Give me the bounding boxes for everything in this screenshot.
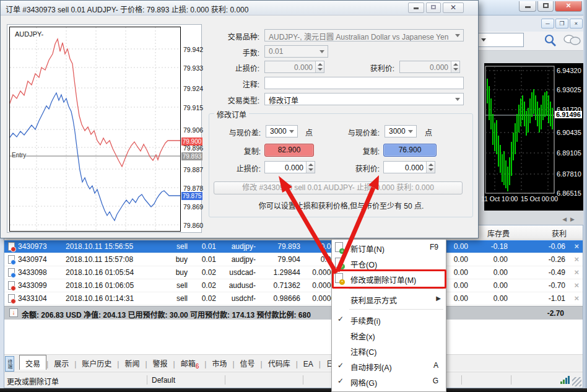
menu-item-税金x[interactable]: 税金(x)	[332, 327, 446, 342]
tp-spinner[interactable]: 0.000	[399, 61, 460, 73]
cell-symbol: audjpy-	[217, 242, 256, 251]
mt4-application-window: × ─ ❐ × 6.943206.930256.917206.904356.89…	[0, 0, 587, 392]
tab-交易[interactable]: 交易	[19, 355, 46, 370]
order-type-combo[interactable]: 修改订单	[264, 93, 464, 105]
market-chart-canvas[interactable]: 6.943206.930256.917206.904356.891056.878…	[484, 63, 583, 211]
modify-sl-spinner[interactable]: 0.000	[264, 161, 315, 173]
dialog-titlebar[interactable]: 订单 #3430973 sell 0.01 AUDJPY- 于价格: 79.89…	[1, 1, 478, 15]
copy-bid-button[interactable]: 76.900	[383, 144, 437, 157]
sell-order-icon	[8, 242, 15, 251]
close-position-button[interactable]: ×	[574, 294, 579, 303]
price-diff-combo-left[interactable]: 3000	[266, 125, 298, 137]
cell-type: buy	[152, 268, 188, 277]
comment-input[interactable]	[264, 77, 464, 89]
menu-item-网格G[interactable]: ✓网格(G)G	[332, 373, 446, 389]
orders-table-body: 34309732018.10.11 15:56:55sell0.01audjpy…	[4, 240, 583, 305]
cell-lots: 0.01	[190, 242, 216, 251]
symbol-combo-partial[interactable]	[477, 33, 524, 47]
group-title: 修改订单	[214, 109, 249, 120]
menu-item-平仓O[interactable]: 平仓(O)	[332, 255, 446, 271]
resize-grip[interactable]	[572, 377, 581, 386]
dialog-minimize-button[interactable]	[408, 2, 424, 13]
zoom-icon[interactable]	[542, 33, 559, 49]
cell-sl: 0.0000	[302, 294, 335, 303]
close-position-button[interactable]: ×	[574, 268, 579, 277]
cell-type: sell	[152, 294, 188, 303]
cell-time: 2018.10.11 15:57:08	[66, 255, 150, 264]
order-type-label: 交易类型:	[185, 95, 259, 105]
cell-price: 0.98666	[257, 294, 300, 303]
g-check-icon	[335, 258, 343, 268]
cell-order: 3433104	[18, 294, 55, 303]
close-position-button[interactable]: ×	[574, 242, 579, 251]
menu-item-获利显示方式[interactable]: 获利显示方式▶	[332, 291, 446, 307]
terminal-tab-bar: 终端 交易|展示|账户历史|新闻|警报|邮箱6|市场|信号|代码库|EA|日志	[4, 354, 583, 371]
symbol-combo[interactable]: AUDJPY-, 澳元日圆 Australian Dollar vs Japan…	[264, 29, 464, 41]
cell-profit: -0.70	[510, 281, 565, 290]
tab-EA[interactable]: EA	[298, 357, 319, 372]
market-price-label: 6.94320	[557, 67, 581, 74]
account-summary-text: 余额: 206.83 USD 净值: 204.13 已用预付款: 30.00 可…	[22, 309, 311, 320]
mail-count-badge: 6	[196, 363, 199, 370]
tab-警报[interactable]: 警报	[147, 355, 173, 370]
cell-swap: 0.00	[471, 281, 508, 290]
tab-展示[interactable]: 展示	[48, 355, 74, 370]
market-chart-panel: 6.943206.930256.917206.904356.891056.878…	[479, 51, 583, 225]
cell-sl: 0.00	[302, 255, 335, 264]
terminal-side-tab[interactable]: 终端	[5, 356, 14, 372]
cell-price: 0.71362	[257, 281, 300, 290]
tab-代码库[interactable]: 代码库	[263, 355, 296, 370]
sl-spinner[interactable]: 0.000	[264, 61, 324, 73]
table-row[interactable]: 34330992018.10.16 01:06:05sell0.02audusd…	[4, 279, 583, 292]
table-row[interactable]: 34309742018.10.11 15:57:08buy0.01audjpy-…	[4, 253, 583, 266]
lots-combo[interactable]: 0.01	[264, 45, 328, 58]
modify-order-button[interactable]: 修改 #3430973 sell 0.01 AUDJPY- 止损: 0.000 …	[214, 181, 463, 194]
tab-邮箱[interactable]: 邮箱6	[175, 355, 205, 370]
tab-市场[interactable]: 市场	[206, 355, 232, 370]
entry-line-label: Entry	[12, 152, 26, 159]
terminal-panel: 库存费 获利 34309732018.10.11 15:56:55sell0.0…	[4, 225, 583, 388]
chart-minimize-button[interactable]: ─	[541, 19, 554, 28]
tab-信号[interactable]: 信号	[235, 355, 261, 370]
chart-close-button[interactable]: ×	[570, 19, 583, 28]
cell-lots: 0.02	[190, 268, 216, 277]
price-scale-label: 79.860	[183, 222, 203, 229]
copy-ask-button[interactable]: 82.900	[264, 144, 314, 157]
cell-order: 3433098	[18, 268, 55, 277]
buy-order-icon	[8, 255, 15, 264]
menu-item-注释C[interactable]: 注释(C)	[332, 342, 446, 358]
menu-item-自动排列A[interactable]: ✓自动排列(A)A	[332, 358, 446, 373]
cell-time: 2018.10.16 01:05:54	[66, 268, 150, 277]
close-position-button[interactable]: ×	[574, 255, 579, 264]
price-diff-combo-right[interactable]: 3000	[385, 125, 417, 137]
cell-swap: 0.00	[471, 294, 508, 303]
table-row[interactable]: 34309732018.10.11 15:56:55sell0.01audjpy…	[4, 240, 583, 253]
chat-icon[interactable]	[562, 33, 582, 49]
window-maximize-button[interactable]	[537, 1, 554, 12]
chart-restore-button[interactable]: ❐	[555, 19, 568, 28]
tab-账户历史[interactable]: 账户历史	[76, 355, 117, 370]
modify-tp-spinner[interactable]: 0.000	[383, 161, 435, 173]
dialog-restore-button[interactable]	[426, 2, 441, 13]
chart-scroll-arrows[interactable]: ◀▶	[562, 216, 578, 222]
status-profile[interactable]: Default	[152, 376, 175, 385]
dialog-close-button[interactable]: ✕	[443, 2, 464, 13]
table-row[interactable]: 34331042018.10.16 01:14:31sell0.02usdchf…	[4, 292, 583, 305]
close-position-button[interactable]: ×	[574, 281, 579, 290]
window-close-button[interactable]: ×	[555, 1, 582, 12]
minimize-icon	[525, 6, 531, 8]
dialog-chart-plot: AUDJPY- Entry	[9, 27, 181, 232]
table-row[interactable]: 34330982018.10.16 01:05:54buy0.02usdcad-…	[4, 266, 583, 279]
column-header-profit[interactable]: 获利	[552, 228, 567, 238]
menu-item-手续费i[interactable]: ✓手续费(i)	[332, 311, 446, 327]
cell-time: 2018.10.16 01:06:05	[66, 281, 150, 290]
copy-label-left: 复制:	[193, 146, 261, 156]
cell-symbol: audusd-	[217, 281, 256, 290]
cell-symbol: usdchf-	[217, 294, 256, 303]
status-bar: 更改或删除订单 Default	[4, 372, 583, 388]
tab-新闻[interactable]: 新闻	[119, 355, 145, 370]
menu-item-新订单N[interactable]: 新订单(N)F9	[332, 240, 446, 255]
context-menu: 新订单(N)F9平仓(O)修改或删除订单(M)获利显示方式▶✓手续费(i)税金(…	[331, 239, 446, 392]
column-header-swap[interactable]: 库存费	[487, 228, 510, 238]
window-minimize-button[interactable]	[519, 1, 536, 12]
